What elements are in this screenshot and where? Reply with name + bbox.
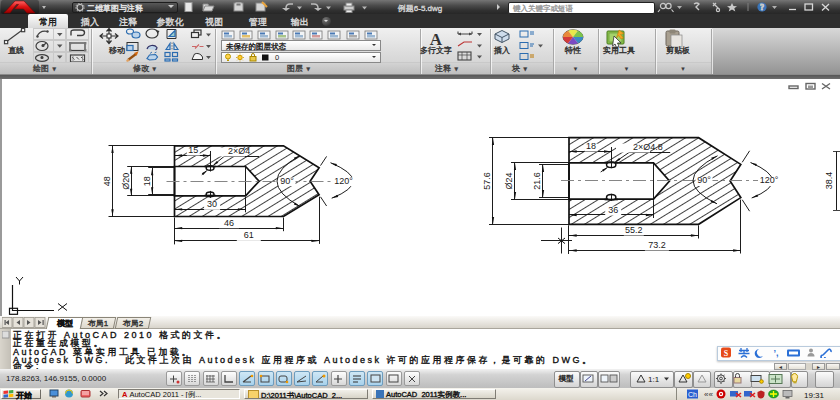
svg-text:18: 18 [586,141,596,151]
svg-text:120°: 120° [334,176,353,186]
svg-text:73.2: 73.2 [648,240,666,250]
svg-text:15: 15 [188,145,198,155]
svg-text:S: S [724,349,729,358]
svg-text:55.2: 55.2 [625,225,643,235]
svg-text:18: 18 [142,176,152,186]
svg-text:36: 36 [608,205,618,215]
svg-text:Ø24: Ø24 [504,172,514,189]
svg-text:1:1: 1:1 [648,375,660,384]
svg-text:120°: 120° [760,175,779,185]
svg-text:’,: ’, [773,348,778,358]
svg-text:90°: 90° [697,175,711,185]
svg-text:48: 48 [102,176,112,186]
svg-text:2×Ø4.8: 2×Ø4.8 [633,142,663,152]
svg-text:90°: 90° [280,176,294,186]
svg-text:««: «« [704,390,713,399]
svg-text:46: 46 [224,218,234,228]
svg-text:57.6: 57.6 [482,172,492,190]
svg-text:30: 30 [207,199,217,209]
svg-text:0: 0 [275,53,279,62]
svg-text:?: ? [760,3,764,12]
svg-text:2×Ø4: 2×Ø4 [228,146,250,156]
svg-text:61: 61 [244,230,254,240]
svg-text:Ch: Ch [688,391,697,398]
svg-text:Ø20: Ø20 [121,173,131,190]
svg-text:21.6: 21.6 [532,172,542,190]
svg-text:38.4: 38.4 [824,172,834,190]
